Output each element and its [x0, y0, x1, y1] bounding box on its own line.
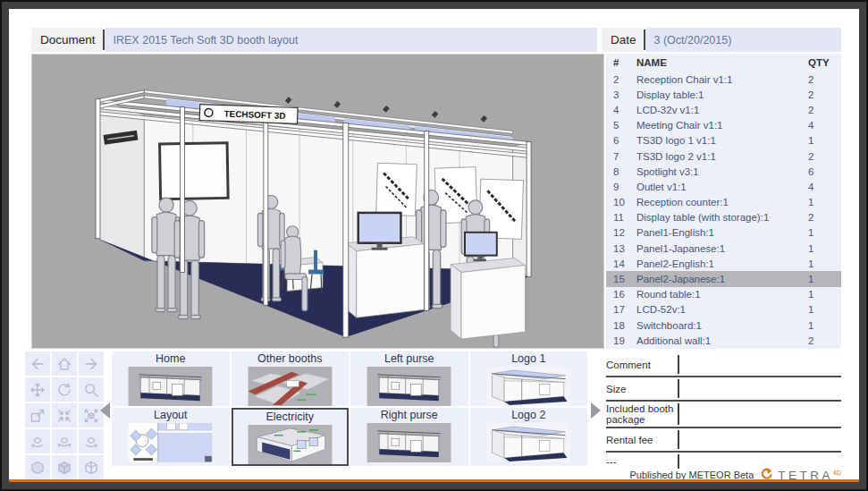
table-row[interactable]: 14Panel2-English:11 [606, 256, 841, 271]
date-value[interactable]: 3 (Oct/20/2015) [645, 28, 841, 52]
form-field-value[interactable] [678, 430, 841, 449]
form-field-value[interactable] [678, 379, 841, 398]
carousel-next-arrow-icon[interactable] [591, 402, 601, 419]
table-row[interactable]: 11Display table (with storage):12 [606, 210, 841, 225]
prev-view-button[interactable] [25, 351, 50, 376]
row-number: 10 [613, 197, 636, 207]
render-shaded-button[interactable] [52, 455, 77, 479]
thumbnail-label: Electricity [266, 411, 314, 424]
floorplan-roads-thumb [246, 367, 334, 406]
form-field-value[interactable] [678, 403, 841, 425]
parts-table: # NAME QTY 2Reception Chair v1:123Displa… [606, 54, 841, 349]
row-number: 18 [613, 320, 636, 331]
cube-orbit-left-icon [29, 433, 46, 451]
table-row[interactable]: 18Switchboard:11 [606, 317, 841, 333]
part-name: Spotlight v3:1 [636, 166, 808, 177]
view-thumbnail-logo-1[interactable]: Logo 1 [470, 351, 588, 406]
table-row[interactable]: 15Panel2-Japanese:11 [606, 271, 841, 286]
view-thumbnail-left-purse[interactable]: Left purse [350, 351, 468, 406]
cube-wireframe-icon [82, 459, 100, 477]
part-name: Reception counter:1 [636, 197, 808, 207]
table-row[interactable]: 6TS3D logo 1 v1:11 [606, 133, 841, 148]
date-field: Date 3 (Oct/20/2015) [602, 28, 841, 52]
thumbnail-label: Logo 1 [511, 352, 545, 366]
render-wireframe-button[interactable] [79, 455, 104, 479]
part-qty: 1 [808, 135, 841, 146]
thumbnail-label: Other booths [257, 352, 322, 366]
table-row[interactable]: 7TS3D logo 2 v1:12 [606, 148, 841, 164]
row-number: 15 [613, 274, 636, 284]
row-number: 19 [613, 335, 636, 346]
form-row: Size [606, 377, 841, 402]
row-number: 14 [613, 258, 636, 269]
booth-light-thumb [485, 367, 573, 406]
part-qty: 1 [808, 320, 841, 331]
booth-thumb [365, 423, 453, 462]
row-number: 4 [613, 105, 636, 115]
cube-shaded-icon [55, 459, 73, 477]
row-number: 7 [613, 151, 636, 162]
arrow-left-icon [29, 355, 46, 373]
part-qty: 2 [808, 212, 841, 223]
table-row[interactable]: 12Panel1-English:11 [606, 225, 841, 241]
table-row[interactable]: 10Reception counter:11 [606, 195, 841, 210]
booth-3d-render: TECHSOFT 3D [32, 55, 603, 348]
thumbnail-label: Home [156, 352, 185, 366]
row-number: 17 [613, 304, 636, 315]
part-name: TS3D logo 1 v1:1 [636, 135, 808, 146]
view-thumbnail-right-purse[interactable]: Right purse [350, 408, 468, 466]
orbit-button[interactable] [52, 377, 77, 402]
table-row[interactable]: 2Reception Chair v1:12 [606, 72, 841, 87]
table-row[interactable]: 17LCD-52v:11 [606, 302, 841, 317]
accent-divider [9, 479, 859, 482]
viewport-3d[interactable]: TECHSOFT 3D [31, 54, 604, 349]
row-number: 8 [613, 166, 636, 177]
app-window: Document IREX 2015 Tech Soft 3D booth la… [0, 0, 868, 491]
part-name: Meeting Chair v1:1 [636, 120, 808, 131]
view-thumbnail-electricity[interactable]: Electricity [232, 408, 350, 466]
arrows-inward-icon [55, 407, 73, 425]
row-number: 6 [613, 135, 636, 146]
document-title-value[interactable]: IREX 2015 Tech Soft 3D booth layout [105, 28, 597, 52]
table-row[interactable]: 13Panel1-Japanese:11 [606, 241, 841, 256]
spin-left-button[interactable] [25, 429, 50, 453]
form-row: Included booth package [606, 402, 841, 428]
view-thumbnail-layout[interactable]: Layout [112, 408, 230, 466]
view-thumbnail-other-booths[interactable]: Other booths [232, 351, 350, 406]
zoom-window-button[interactable] [25, 403, 50, 428]
view-thumbnails: HomeOther boothsLeft purseLogo 1LayoutEl… [112, 351, 587, 466]
form-field-value[interactable] [678, 454, 841, 469]
spin-down-button[interactable] [52, 429, 77, 453]
cube-solid-icon [29, 459, 46, 477]
table-row[interactable]: 8Spotlight v3:16 [606, 164, 841, 179]
home-view-button[interactable] [52, 351, 77, 376]
zoom-fit-button[interactable] [52, 403, 77, 428]
spin-right-button[interactable] [79, 429, 104, 453]
thumbnail-label: Layout [154, 409, 188, 422]
next-view-button[interactable] [79, 351, 104, 376]
col-name: NAME [636, 57, 808, 68]
booth-thumb [126, 367, 215, 406]
carousel-prev-arrow-icon[interactable] [100, 402, 110, 419]
row-number: 16 [613, 289, 636, 300]
table-row[interactable]: 19Additional wall:12 [606, 333, 841, 348]
booth-thumb [365, 367, 453, 406]
row-number: 3 [613, 89, 636, 100]
part-name: Display table:1 [636, 89, 808, 100]
render-solid-button[interactable] [25, 455, 50, 479]
pan-button[interactable] [25, 377, 50, 402]
layout-2d-thumb [126, 423, 215, 462]
view-thumbnail-logo-2[interactable]: Logo 2 [470, 408, 588, 466]
thumbnail-label: Logo 2 [511, 409, 545, 422]
table-row[interactable]: 9Outlet v1:14 [606, 179, 841, 194]
table-row[interactable]: 16Round table:11 [606, 287, 841, 302]
table-row[interactable]: 5Meeting Chair v1:14 [606, 118, 841, 133]
table-row[interactable]: 3Display table:12 [606, 87, 841, 102]
form-field-value[interactable] [678, 355, 841, 374]
zoom-button[interactable] [79, 377, 104, 402]
table-row[interactable]: 4LCD-32v v1:12 [606, 102, 841, 117]
part-qty: 1 [808, 274, 841, 284]
part-qty: 1 [808, 243, 841, 254]
part-name: Round table:1 [636, 289, 808, 300]
view-thumbnail-home[interactable]: Home [112, 351, 230, 406]
